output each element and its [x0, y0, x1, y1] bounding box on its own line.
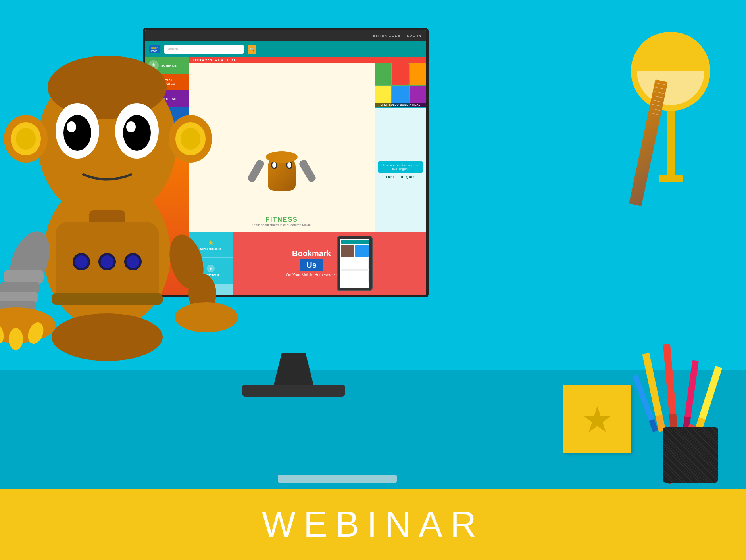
- phone-block-4: [341, 270, 369, 282]
- phone-block-1: [341, 245, 354, 257]
- pencil-red: [663, 344, 678, 432]
- phone-face-row-2: [341, 258, 369, 270]
- keyboard: [278, 475, 397, 483]
- bookmark-us-label: Us: [300, 259, 323, 271]
- sidebar-item-math[interactable]: 🧮 MATH: [145, 107, 189, 124]
- sidebar-item-social-studies[interactable]: 🌍 SOCIAL STUDIES: [145, 74, 189, 90]
- heart-icon: ♥: [209, 285, 213, 293]
- bookmark-title: Bookmark: [292, 249, 331, 257]
- phone-face-row-1: [341, 245, 369, 257]
- science-label: SCIENCE: [161, 64, 177, 67]
- english-label: ENGLISH: [161, 97, 177, 101]
- quiz-bubble: How can exercise help you live longer?: [378, 161, 423, 173]
- quick-tour-button[interactable]: ▶ QUICK TOUR: [189, 257, 233, 284]
- ruler-mark: [651, 108, 660, 111]
- pencil-cup: [663, 427, 718, 483]
- bookmark-subtitle: On Your Mobile Homescreen: [286, 273, 337, 277]
- bottom-section: ★ NEW & TRENDING ▶ QUICK TOUR ♥: [189, 232, 426, 295]
- enter-code-link[interactable]: ENTER CODE: [373, 34, 400, 38]
- site-nav: Brain POP Search 🔍: [145, 41, 426, 57]
- pencil-pink: [683, 360, 699, 432]
- ruler-mark: [654, 91, 664, 94]
- food-cell-1: [375, 63, 391, 85]
- fitness-title: FITNESS: [265, 216, 298, 223]
- monitor-screen: ENTER CODE LOG IN Brain POP Search 🔍: [143, 28, 429, 297]
- arts-label: ARTS & MUSIC: [161, 131, 184, 134]
- food-grid: [375, 63, 426, 107]
- take-quiz-label[interactable]: TAKE THE QUIZ: [386, 175, 415, 179]
- lamp-pole: [667, 111, 675, 175]
- fitness-subtitle: Learn about fitness in our Featured Movi…: [248, 223, 315, 227]
- feature-area: FITNESS Learn about fitness in our Featu…: [189, 63, 426, 232]
- bookmark-content: Bookmark Us On Your Mobile Homescreen: [286, 249, 337, 277]
- bottom-left: ★ NEW & TRENDING ▶ QUICK TOUR ♥: [189, 232, 233, 295]
- bookmark-area[interactable]: Bookmark Us On Your Mobile Homescreen: [233, 232, 426, 295]
- phone-mockup: [337, 236, 373, 291]
- sidebar-item-science[interactable]: ⚛ SCIENCE: [145, 57, 189, 74]
- ruler-mark: [656, 83, 666, 85]
- bottom-bar: WEBINAR: [0, 489, 746, 560]
- heart-area[interactable]: ♥: [189, 284, 233, 295]
- quick-tour-label: QUICK TOUR: [202, 274, 219, 277]
- ruler-mark: [653, 100, 662, 102]
- sidebar-item-english[interactable]: 📖 ENGLISH: [145, 90, 189, 107]
- star-icon: ★: [208, 239, 213, 246]
- sidebar-item-more[interactable]: [145, 140, 189, 295]
- english-icon: 📖: [148, 94, 159, 104]
- site-header: ENTER CODE LOG IN: [145, 30, 426, 41]
- phone-face: [340, 239, 369, 283]
- food-cell-3: [410, 63, 426, 85]
- ruler-mark: [655, 87, 665, 90]
- food-cell-2: [392, 63, 409, 85]
- search-input-container: Search: [164, 45, 244, 54]
- arts-icon: 🎨: [148, 127, 159, 137]
- lamp-base-foot: [659, 175, 683, 182]
- cup-mesh: [663, 427, 718, 483]
- phone-block-3: [341, 258, 369, 270]
- sticky-note: ★: [563, 385, 631, 453]
- logo-brain: Brain: [151, 46, 158, 49]
- phone-screen: [340, 239, 369, 288]
- monitor: ENTER CODE LOG IN Brain POP Search 🔍: [143, 28, 444, 353]
- sidebar-item-arts[interactable]: 🎨 ARTS & MUSIC: [145, 124, 189, 140]
- brainpop-logo: Brain POP: [149, 45, 160, 53]
- search-button[interactable]: 🔍: [248, 45, 256, 54]
- chef-image[interactable]: CHEF SOLUS' BUILD-A-MEAL: [375, 63, 426, 107]
- ruler-mark: [654, 96, 663, 98]
- featured-robot-illustration: [260, 155, 304, 215]
- phone-block-2: [355, 245, 369, 257]
- play-icon: ▶: [207, 265, 215, 272]
- social-studies-icon: 🌍: [148, 77, 158, 87]
- sticky-star-icon: ★: [581, 399, 613, 440]
- log-in-link[interactable]: LOG IN: [407, 34, 421, 38]
- logo-pop: POP: [151, 49, 158, 52]
- chef-label: CHEF SOLUS' BUILD-A-MEAL: [375, 103, 426, 107]
- pencil-holder: [651, 344, 730, 483]
- new-trending-button[interactable]: ★ NEW & TRENDING: [189, 232, 233, 257]
- today-feature-bar: TODAY'S FEATURE: [189, 57, 426, 63]
- monitor-base: [242, 385, 345, 397]
- ruler-mark: [650, 113, 659, 115]
- webinar-text: WEBINAR: [262, 504, 484, 545]
- feature-side: CHEF SOLUS' BUILD-A-MEAL How can exercis…: [375, 63, 426, 232]
- feature-main: FITNESS Learn about fitness in our Featu…: [189, 63, 375, 232]
- desk-surface: [0, 370, 746, 489]
- site-body: ⚛ SCIENCE 🌍 SOCIAL STUDIES 📖 ENGLISH 🧮 M…: [145, 57, 426, 295]
- new-trending-label: NEW & TRENDING: [200, 248, 221, 250]
- math-label: MATH: [161, 114, 171, 117]
- main-content: TODAY'S FEATURE: [189, 57, 426, 295]
- brainpop-site: ENTER CODE LOG IN Brain POP Search 🔍: [145, 30, 426, 295]
- lamp-top: [631, 32, 710, 71]
- quiz-area[interactable]: How can exercise help you live longer? T…: [375, 107, 426, 232]
- search-placeholder: Search: [167, 47, 178, 51]
- phone-face-row-3: [341, 270, 369, 282]
- ruler-mark: [652, 104, 661, 107]
- math-icon: 🧮: [148, 110, 159, 121]
- lamp-shade: [631, 32, 710, 111]
- social-studies-label: SOCIAL STUDIES: [160, 79, 186, 86]
- science-icon: ⚛: [148, 60, 159, 71]
- sidebar: ⚛ SCIENCE 🌍 SOCIAL STUDIES 📖 ENGLISH 🧮 M…: [145, 57, 189, 295]
- pencil-yellow2: [694, 366, 722, 432]
